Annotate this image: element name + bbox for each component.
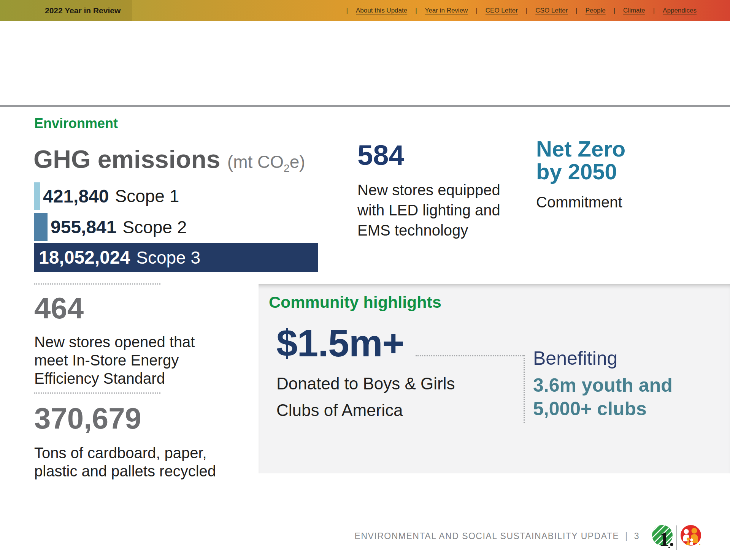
environment-heading: Environment bbox=[34, 115, 118, 131]
stat-recycled-description: Tons of cardboard, paper, plastic and pa… bbox=[34, 444, 216, 480]
community-heading: Community highlights bbox=[269, 293, 441, 312]
dotted-divider-1 bbox=[34, 283, 160, 285]
top-nav: | About this Update | Year in Review | C… bbox=[338, 0, 697, 21]
dollar-tree-logo: 1. bbox=[652, 525, 675, 553]
scope1-value: 421,840 bbox=[43, 186, 109, 207]
nav-separator: | bbox=[526, 7, 527, 14]
scope3-value: 18,052,024 bbox=[39, 247, 130, 268]
ghg-bar-row-scope1: 421,840 Scope 1 bbox=[34, 182, 179, 210]
section-divider bbox=[0, 105, 730, 107]
stat-new-stores: 464 New stores opened that meet In-Store… bbox=[34, 293, 195, 388]
net-zero-commitment: Net Zero by 2050 Commitment bbox=[536, 138, 625, 211]
dotted-connector-horizontal bbox=[416, 355, 524, 356]
nav-link-ceo-letter[interactable]: CEO Letter bbox=[486, 7, 518, 14]
benefiting-label: Benefiting bbox=[533, 346, 617, 370]
stat-led-stores: 584 New stores equipped with LED lightin… bbox=[357, 141, 500, 240]
stat-led-value: 584 bbox=[357, 141, 500, 169]
scope3-label: Scope 3 bbox=[136, 247, 200, 268]
footer: ENVIRONMENTAL AND SOCIAL SUSTAINABILITY … bbox=[355, 531, 640, 541]
donation-description: Donated to Boys & Girls Clubs of America bbox=[276, 370, 455, 424]
donation-amount: $1.5m+ bbox=[276, 324, 404, 362]
footer-separator: | bbox=[625, 531, 628, 541]
stat-recycled-value: 370,679 bbox=[34, 403, 216, 433]
nav-separator: | bbox=[653, 7, 655, 14]
nav-link-cso-letter[interactable]: CSO Letter bbox=[535, 7, 568, 14]
stat-recycled: 370,679 Tons of cardboard, paper, plasti… bbox=[34, 403, 216, 480]
nav-separator: | bbox=[576, 7, 577, 14]
net-zero-caption: Commitment bbox=[536, 194, 625, 211]
ghg-bar-row-scope2: 955,841 Scope 2 bbox=[34, 213, 187, 241]
nav-separator: | bbox=[476, 7, 477, 14]
nav-separator: | bbox=[346, 7, 348, 14]
family-dollar-logo bbox=[680, 525, 703, 550]
ghg-unit: (mt CO2e) bbox=[227, 152, 305, 172]
benefiting-stats: 3.6m youth and 5,000+ clubs bbox=[533, 373, 673, 421]
page: 2022 Year in Review | About this Update … bbox=[0, 0, 730, 560]
nav-link-year-in-review[interactable]: Year in Review bbox=[425, 7, 468, 14]
svg-text:1.: 1. bbox=[659, 528, 674, 550]
community-highlights-panel: Community highlights $1.5m+ Donated to B… bbox=[259, 284, 730, 473]
scope1-label: Scope 1 bbox=[115, 186, 179, 206]
footer-text: ENVIRONMENTAL AND SOCIAL SUSTAINABILITY … bbox=[355, 531, 619, 541]
top-nav-bar: 2022 Year in Review | About this Update … bbox=[0, 0, 730, 21]
nav-link-climate[interactable]: Climate bbox=[623, 7, 645, 14]
logo-divider bbox=[676, 525, 677, 550]
scope2-value: 955,841 bbox=[51, 217, 117, 237]
nav-separator: | bbox=[614, 7, 615, 14]
dotted-divider-2 bbox=[34, 392, 160, 394]
net-zero-line1: Net Zero bbox=[536, 138, 625, 160]
ghg-emissions-title: GHG emissions (mt CO2e) bbox=[33, 147, 305, 174]
nav-link-about[interactable]: About this Update bbox=[356, 7, 407, 14]
ghg-bar-row-scope3: 18,052,024 Scope 3 bbox=[34, 243, 318, 272]
scope2-label: Scope 2 bbox=[123, 217, 187, 237]
stat-new-stores-value: 464 bbox=[34, 293, 195, 323]
stat-led-description: New stores equipped with LED lighting an… bbox=[357, 180, 500, 240]
net-zero-line2: by 2050 bbox=[536, 160, 625, 183]
report-title: 2022 Year in Review bbox=[45, 0, 121, 21]
page-number: 3 bbox=[634, 531, 640, 541]
brand-logos: 1. bbox=[652, 525, 707, 553]
nav-separator: | bbox=[415, 7, 417, 14]
scope2-bar bbox=[34, 213, 48, 241]
nav-link-people[interactable]: People bbox=[586, 7, 606, 14]
dotted-connector-vertical bbox=[524, 355, 525, 423]
scope1-bar bbox=[34, 182, 40, 210]
nav-link-appendices[interactable]: Appendices bbox=[663, 7, 697, 14]
stat-new-stores-description: New stores opened that meet In-Store Ene… bbox=[34, 333, 195, 388]
